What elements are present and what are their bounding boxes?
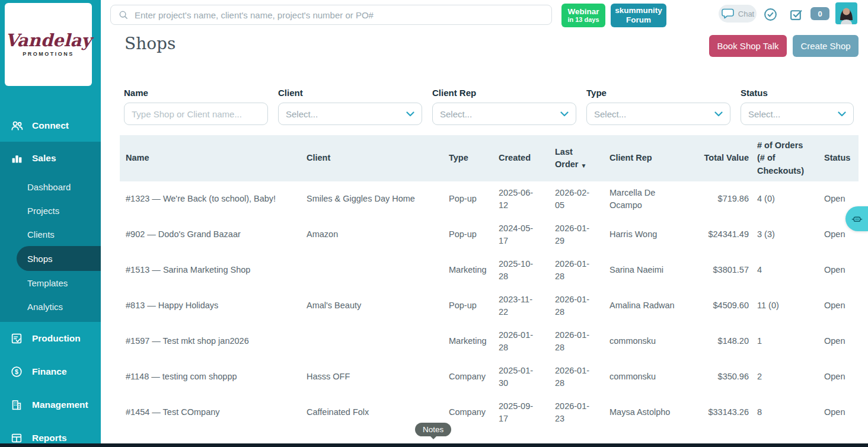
sidebar: Vandelay PROMOTIONS Connect Sales Dashbo…	[0, 0, 101, 443]
cell-orders: 2	[757, 359, 824, 395]
approvals-icon[interactable]	[762, 7, 778, 22]
table-header-row: Name Client Type Created Last Order ▼ Cl…	[120, 135, 859, 181]
cell-total-value: $24341.49	[679, 217, 757, 253]
cell-client-rep: Sarina Naeimi	[609, 253, 679, 288]
logo-tagline-text: PROMOTIONS	[23, 51, 74, 57]
book-shop-talk-button[interactable]: Book Shop Talk	[709, 35, 787, 57]
bottom-edge-bar	[0, 443, 868, 447]
cell-client-rep: Maysa Astolpho	[609, 395, 679, 430]
sidebar-item-connect[interactable]: Connect	[0, 110, 101, 142]
chat-button[interactable]: Chat	[719, 5, 757, 23]
notification-count-badge[interactable]: 0	[810, 7, 829, 20]
sub-item-label: Templates	[27, 278, 68, 288]
cell-status: Open	[824, 288, 859, 324]
robot-icon	[851, 213, 863, 225]
cell-last-order: 2026-01-29	[555, 217, 609, 253]
type-filter-select[interactable]: Select...	[586, 103, 730, 125]
user-avatar[interactable]	[835, 2, 857, 24]
cell-total-value: $148.20	[679, 324, 757, 359]
notes-tooltip-label: Notes	[423, 425, 443, 434]
cell-created: 2025-01-30	[499, 359, 555, 395]
tasks-icon[interactable]	[788, 7, 803, 22]
sidebar-item-dashboard[interactable]: Dashboard	[0, 175, 101, 199]
cell-status: Open	[824, 324, 859, 359]
webinar-button[interactable]: Webinar in 13 days	[561, 4, 605, 27]
sidebar-item-clients[interactable]: Clients	[0, 222, 101, 246]
column-header-client[interactable]: Client	[307, 135, 449, 181]
sidebar-item-production[interactable]: Production	[0, 322, 101, 355]
client-rep-filter-select[interactable]: Select...	[432, 103, 576, 125]
column-header-total-value[interactable]: Total Value	[679, 135, 757, 181]
page-title: Shops	[125, 34, 175, 53]
table-row[interactable]: #813 — Happy HolidaysAmal's BeautyPop-up…	[120, 288, 859, 324]
cell-client: Smiles & Giggles Day Home	[307, 181, 449, 217]
filter-client-label: Client	[278, 88, 422, 98]
cell-name[interactable]: #1148 — testing com shoppp	[126, 359, 307, 395]
chevron-down-icon	[560, 111, 569, 117]
chevron-down-icon	[406, 111, 414, 117]
column-header-name[interactable]: Name	[126, 135, 307, 181]
cell-created: 2025-06-12	[499, 181, 555, 217]
filter-client-rep: Client Rep Select...	[432, 88, 576, 125]
company-logo[interactable]: Vandelay PROMOTIONS	[5, 3, 92, 86]
table-row[interactable]: #1597 — Test mkt shop jan2026Marketing20…	[120, 324, 859, 359]
filter-type: Type Select...	[586, 88, 730, 125]
sort-descending-icon: ▼	[581, 162, 587, 169]
skummunity-forum-button[interactable]: skummunity Forum	[611, 4, 666, 27]
sidebar-item-management[interactable]: Management	[0, 388, 101, 422]
shop-name-filter-input[interactable]	[132, 109, 260, 119]
cell-total-value: $350.96	[679, 359, 757, 395]
client-filter-select[interactable]: Select...	[278, 103, 422, 125]
column-header-last-order[interactable]: Last Order ▼	[555, 135, 609, 181]
cell-client-rep: Amalina Radwan	[609, 288, 679, 324]
cell-client	[307, 253, 449, 288]
sidebar-item-label: Sales	[32, 153, 56, 164]
sub-item-label: Analytics	[27, 302, 63, 312]
sidebar-item-finance[interactable]: $ Finance	[0, 355, 101, 388]
cell-type: Company	[449, 395, 499, 430]
cell-total-value: $4509.60	[679, 288, 757, 324]
sidebar-item-projects[interactable]: Projects	[0, 199, 101, 222]
select-value: Select...	[748, 109, 838, 119]
sidebar-item-label: Production	[32, 333, 81, 344]
forum-button-line1: skummunity	[615, 6, 662, 15]
svg-text:$: $	[15, 368, 18, 375]
column-header-orders[interactable]: # of Orders (# of Checkouts)	[757, 135, 824, 181]
column-header-client-rep[interactable]: Client Rep	[609, 135, 679, 181]
cell-last-order: 2026-01-28	[555, 359, 609, 395]
global-search[interactable]	[110, 5, 552, 25]
sidebar-item-templates[interactable]: Templates	[0, 271, 101, 295]
sidebar-item-sales[interactable]: Sales	[0, 142, 101, 175]
cell-last-order: 2026-01-23	[555, 395, 609, 430]
table-row[interactable]: #1323 — We're Back (to school), Baby!Smi…	[120, 181, 859, 217]
cell-name[interactable]: #813 — Happy Holidays	[126, 288, 307, 324]
table-row[interactable]: #1148 — testing com shopppHasss OFFCompa…	[120, 359, 859, 395]
assistant-launcher-button[interactable]	[845, 206, 868, 231]
sidebar-item-label: Connect	[32, 120, 69, 131]
cell-name[interactable]: #1454 — Test COmpany	[126, 395, 307, 430]
cell-type: Pop-up	[449, 288, 499, 324]
sidebar-item-label: Management	[32, 400, 88, 410]
clipboard-check-icon	[9, 331, 24, 346]
cell-client-rep: Harris Wong	[609, 217, 679, 253]
select-value: Select...	[286, 109, 406, 119]
cell-name[interactable]: #1323 — We're Back (to school), Baby!	[126, 181, 307, 217]
table-row[interactable]: #1454 — Test COmpanyCaffeinated FolxComp…	[120, 395, 859, 430]
cell-client: Amal's Beauty	[307, 288, 449, 324]
column-header-created[interactable]: Created	[499, 135, 555, 181]
table-row[interactable]: #1513 — Sarina Marketing ShopMarketing20…	[120, 253, 859, 288]
cell-name[interactable]: #1597 — Test mkt shop jan2026	[126, 324, 307, 359]
column-header-status[interactable]: Status	[824, 135, 859, 181]
search-input[interactable]	[135, 10, 544, 20]
logo-brand-text: Vandelay	[5, 32, 91, 49]
column-header-type[interactable]: Type	[449, 135, 499, 181]
create-shop-button[interactable]: Create Shop	[793, 35, 859, 57]
table-row[interactable]: #902 — Dodo's Grand BazaarAmazonPop-up20…	[120, 217, 859, 253]
cell-name[interactable]: #902 — Dodo's Grand Bazaar	[126, 217, 307, 253]
sidebar-item-analytics[interactable]: Analytics	[0, 295, 101, 318]
sidebar-item-shops[interactable]: Shops	[17, 246, 101, 271]
chevron-down-icon	[714, 111, 723, 117]
cell-name[interactable]: #1513 — Sarina Marketing Shop	[126, 253, 307, 288]
cell-total-value: $3801.57	[679, 253, 757, 288]
status-filter-select[interactable]: Select...	[741, 103, 854, 125]
